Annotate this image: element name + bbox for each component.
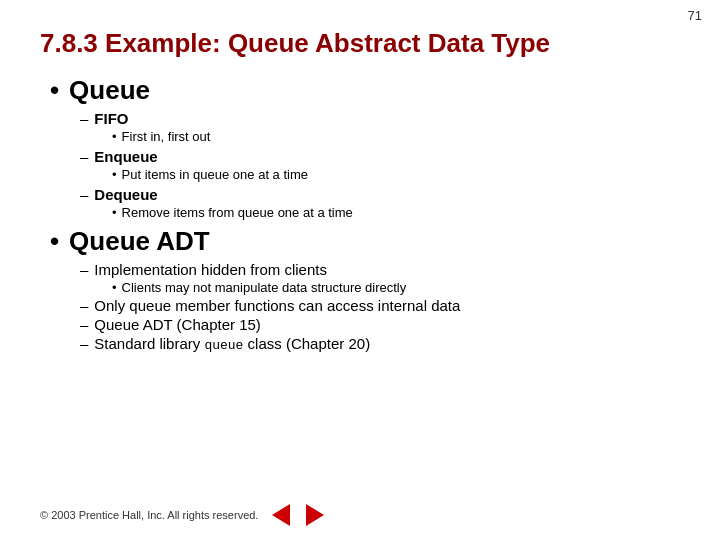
- dot-fifo-sub: •: [112, 129, 117, 144]
- bullet-fifo: – FIFO: [80, 110, 680, 127]
- bullet-queue-label: Queue: [69, 75, 150, 106]
- chapter15-label: Queue ADT (Chapter 15): [94, 316, 260, 333]
- bullet-queue-adt: • Queue ADT: [50, 226, 680, 257]
- enqueue-sub-text: Put items in queue one at a time: [122, 167, 308, 182]
- dash-fifo: –: [80, 110, 88, 127]
- bullet-fifo-sub: • First in, first out: [112, 129, 680, 144]
- footer-copyright: © 2003 Prentice Hall, Inc. All rights re…: [40, 509, 258, 521]
- prev-button[interactable]: [270, 504, 292, 526]
- bullet-queue-adt-label: Queue ADT: [69, 226, 210, 257]
- next-button[interactable]: [304, 504, 326, 526]
- dash-ch20: –: [80, 335, 88, 352]
- dequeue-sub-text: Remove items from queue one at a time: [122, 205, 353, 220]
- dash-dequeue: –: [80, 186, 88, 203]
- impl-label: Implementation hidden from clients: [94, 261, 327, 278]
- fifo-sub-text: First in, first out: [122, 129, 211, 144]
- dot-impl-sub: •: [112, 280, 117, 295]
- bullet-impl-sub: • Clients may not manipulate data struct…: [112, 280, 680, 295]
- enqueue-label: Enqueue: [94, 148, 157, 165]
- bullet-enqueue-sub: • Put items in queue one at a time: [112, 167, 680, 182]
- next-arrow-icon: [306, 504, 324, 526]
- dash-member: –: [80, 297, 88, 314]
- bullet-chapter20: – Standard library queue class (Chapter …: [80, 335, 680, 353]
- chapter20-label: Standard library queue class (Chapter 20…: [94, 335, 370, 353]
- bullet-dot-1: •: [50, 75, 59, 106]
- queue-code: queue: [204, 338, 243, 353]
- dash-ch15: –: [80, 316, 88, 333]
- content-area: • Queue – FIFO • First in, first out – E…: [40, 75, 680, 353]
- impl-sub-text: Clients may not manipulate data structur…: [122, 280, 407, 295]
- fifo-label: FIFO: [94, 110, 128, 127]
- slide-title: 7.8.3 Example: Queue Abstract Data Type: [40, 28, 680, 59]
- dot-enqueue-sub: •: [112, 167, 117, 182]
- slide: 71 7.8.3 Example: Queue Abstract Data Ty…: [0, 0, 720, 540]
- bullet-enqueue: – Enqueue: [80, 148, 680, 165]
- bullet-member-funcs: – Only queue member functions can access…: [80, 297, 680, 314]
- slide-number: 71: [688, 8, 702, 23]
- bullet-dequeue: – Dequeue: [80, 186, 680, 203]
- bullet-queue: • Queue: [50, 75, 680, 106]
- dot-dequeue-sub: •: [112, 205, 117, 220]
- dash-enqueue: –: [80, 148, 88, 165]
- bullet-dequeue-sub: • Remove items from queue one at a time: [112, 205, 680, 220]
- bullet-impl: – Implementation hidden from clients: [80, 261, 680, 278]
- prev-arrow-icon: [272, 504, 290, 526]
- dash-impl: –: [80, 261, 88, 278]
- member-funcs-label: Only queue member functions can access i…: [94, 297, 460, 314]
- bullet-chapter15: – Queue ADT (Chapter 15): [80, 316, 680, 333]
- dequeue-label: Dequeue: [94, 186, 157, 203]
- footer: © 2003 Prentice Hall, Inc. All rights re…: [40, 504, 326, 526]
- bullet-dot-2: •: [50, 226, 59, 257]
